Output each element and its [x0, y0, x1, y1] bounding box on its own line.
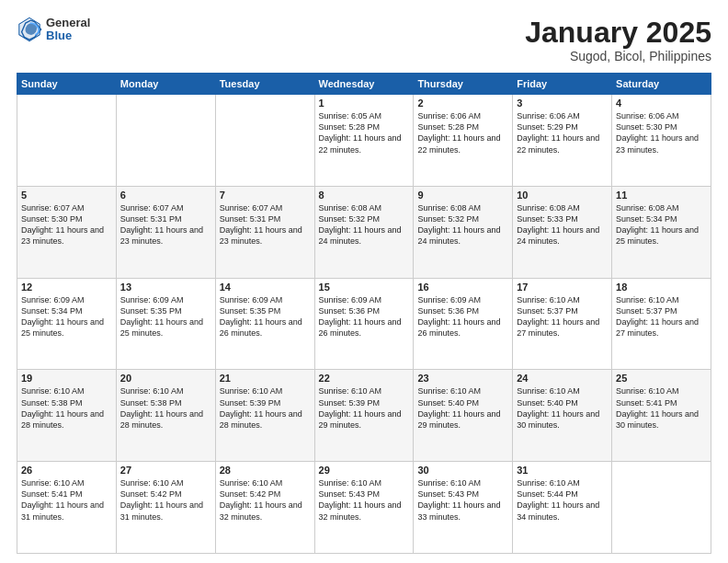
day-info: Sunrise: 6:08 AM Sunset: 5:32 PM Dayligh… — [417, 202, 508, 247]
day-info: Sunrise: 6:10 AM Sunset: 5:43 PM Dayligh… — [319, 477, 410, 523]
day-number: 12 — [21, 282, 112, 293]
calendar-week-2: 5Sunrise: 6:07 AM Sunset: 5:30 PM Daylig… — [17, 186, 711, 278]
weekday-header-saturday: Saturday — [612, 74, 711, 95]
day-number: 6 — [120, 190, 211, 201]
calendar-cell: 30Sunrise: 6:10 AM Sunset: 5:43 PM Dayli… — [414, 462, 513, 554]
day-info: Sunrise: 6:06 AM Sunset: 5:28 PM Dayligh… — [417, 110, 508, 155]
day-info: Sunrise: 6:06 AM Sunset: 5:29 PM Dayligh… — [517, 110, 608, 155]
calendar-cell — [612, 462, 711, 554]
day-info: Sunrise: 6:10 AM Sunset: 5:40 PM Dayligh… — [517, 385, 608, 431]
day-number: 10 — [517, 190, 608, 201]
day-number: 30 — [417, 465, 508, 476]
calendar-cell: 10Sunrise: 6:08 AM Sunset: 5:33 PM Dayli… — [513, 186, 612, 278]
day-number: 28 — [220, 465, 311, 476]
calendar-cell — [116, 95, 215, 187]
day-info: Sunrise: 6:09 AM Sunset: 5:36 PM Dayligh… — [319, 294, 410, 339]
calendar-cell: 29Sunrise: 6:10 AM Sunset: 5:43 PM Dayli… — [314, 462, 414, 554]
logo-general-text: General — [46, 17, 90, 29]
calendar-week-5: 26Sunrise: 6:10 AM Sunset: 5:41 PM Dayli… — [17, 462, 711, 554]
calendar-cell: 26Sunrise: 6:10 AM Sunset: 5:41 PM Dayli… — [17, 462, 117, 554]
day-info: Sunrise: 6:10 AM Sunset: 5:38 PM Dayligh… — [21, 385, 112, 431]
day-info: Sunrise: 6:10 AM Sunset: 5:37 PM Dayligh… — [616, 294, 707, 339]
day-info: Sunrise: 6:10 AM Sunset: 5:40 PM Dayligh… — [417, 385, 508, 431]
location: Sugod, Bicol, Philippines — [525, 49, 711, 63]
calendar-cell: 23Sunrise: 6:10 AM Sunset: 5:40 PM Dayli… — [414, 370, 513, 462]
day-number: 1 — [319, 98, 410, 109]
calendar-cell: 15Sunrise: 6:09 AM Sunset: 5:36 PM Dayli… — [314, 278, 414, 370]
calendar-week-4: 19Sunrise: 6:10 AM Sunset: 5:38 PM Dayli… — [17, 370, 711, 462]
calendar-cell: 6Sunrise: 6:07 AM Sunset: 5:31 PM Daylig… — [116, 186, 215, 278]
logo-text: General Blue — [46, 17, 90, 43]
calendar-cell: 18Sunrise: 6:10 AM Sunset: 5:37 PM Dayli… — [612, 278, 711, 370]
day-number: 20 — [120, 373, 211, 384]
weekday-header-row: SundayMondayTuesdayWednesdayThursdayFrid… — [17, 74, 711, 95]
calendar-cell: 21Sunrise: 6:10 AM Sunset: 5:39 PM Dayli… — [215, 370, 314, 462]
calendar-cell — [215, 95, 314, 187]
day-info: Sunrise: 6:08 AM Sunset: 5:32 PM Dayligh… — [319, 202, 410, 247]
calendar-cell: 7Sunrise: 6:07 AM Sunset: 5:31 PM Daylig… — [215, 186, 314, 278]
calendar-cell: 13Sunrise: 6:09 AM Sunset: 5:35 PM Dayli… — [116, 278, 215, 370]
day-info: Sunrise: 6:07 AM Sunset: 5:31 PM Dayligh… — [120, 202, 211, 247]
day-number: 2 — [417, 98, 508, 109]
calendar-cell: 8Sunrise: 6:08 AM Sunset: 5:32 PM Daylig… — [314, 186, 414, 278]
calendar-cell: 25Sunrise: 6:10 AM Sunset: 5:41 PM Dayli… — [612, 370, 711, 462]
calendar-cell: 9Sunrise: 6:08 AM Sunset: 5:32 PM Daylig… — [414, 186, 513, 278]
logo-icon — [17, 17, 42, 42]
day-number: 3 — [517, 98, 608, 109]
weekday-header-tuesday: Tuesday — [215, 74, 314, 95]
calendar-cell — [17, 95, 117, 187]
day-number: 5 — [21, 190, 112, 201]
day-info: Sunrise: 6:09 AM Sunset: 5:36 PM Dayligh… — [417, 294, 508, 339]
day-info: Sunrise: 6:10 AM Sunset: 5:41 PM Dayligh… — [616, 385, 707, 431]
day-number: 8 — [319, 190, 410, 201]
day-info: Sunrise: 6:07 AM Sunset: 5:30 PM Dayligh… — [21, 202, 112, 247]
day-number: 18 — [616, 282, 707, 293]
day-number: 26 — [21, 465, 112, 476]
weekday-header-thursday: Thursday — [414, 74, 513, 95]
calendar-cell: 22Sunrise: 6:10 AM Sunset: 5:39 PM Dayli… — [314, 370, 414, 462]
calendar-cell: 19Sunrise: 6:10 AM Sunset: 5:38 PM Dayli… — [17, 370, 117, 462]
day-info: Sunrise: 6:10 AM Sunset: 5:37 PM Dayligh… — [517, 294, 608, 339]
calendar-cell: 11Sunrise: 6:08 AM Sunset: 5:34 PM Dayli… — [612, 186, 711, 278]
calendar-cell: 4Sunrise: 6:06 AM Sunset: 5:30 PM Daylig… — [612, 95, 711, 187]
weekday-header-wednesday: Wednesday — [314, 74, 414, 95]
day-number: 31 — [517, 465, 608, 476]
day-info: Sunrise: 6:10 AM Sunset: 5:42 PM Dayligh… — [220, 477, 311, 523]
calendar-cell: 16Sunrise: 6:09 AM Sunset: 5:36 PM Dayli… — [414, 278, 513, 370]
calendar-table: SundayMondayTuesdayWednesdayThursdayFrid… — [17, 73, 711, 554]
calendar-cell: 1Sunrise: 6:05 AM Sunset: 5:28 PM Daylig… — [314, 95, 414, 187]
day-number: 16 — [417, 282, 508, 293]
weekday-header-monday: Monday — [116, 74, 215, 95]
calendar-cell: 12Sunrise: 6:09 AM Sunset: 5:34 PM Dayli… — [17, 278, 117, 370]
calendar-cell: 27Sunrise: 6:10 AM Sunset: 5:42 PM Dayli… — [116, 462, 215, 554]
logo-blue-text: Blue — [46, 29, 90, 42]
day-number: 7 — [220, 190, 311, 201]
calendar-cell: 24Sunrise: 6:10 AM Sunset: 5:40 PM Dayli… — [513, 370, 612, 462]
day-info: Sunrise: 6:10 AM Sunset: 5:43 PM Dayligh… — [417, 477, 508, 523]
day-number: 24 — [517, 373, 608, 384]
day-info: Sunrise: 6:07 AM Sunset: 5:31 PM Dayligh… — [220, 202, 311, 247]
day-info: Sunrise: 6:05 AM Sunset: 5:28 PM Dayligh… — [319, 110, 410, 155]
day-info: Sunrise: 6:09 AM Sunset: 5:35 PM Dayligh… — [120, 294, 211, 339]
day-number: 22 — [319, 373, 410, 384]
day-number: 14 — [220, 282, 311, 293]
day-info: Sunrise: 6:10 AM Sunset: 5:39 PM Dayligh… — [319, 385, 410, 431]
calendar-cell: 14Sunrise: 6:09 AM Sunset: 5:35 PM Dayli… — [215, 278, 314, 370]
day-number: 21 — [220, 373, 311, 384]
weekday-header-sunday: Sunday — [17, 74, 117, 95]
page: General Blue January 2025 Sugod, Bicol, … — [0, 0, 728, 563]
day-number: 15 — [319, 282, 410, 293]
day-info: Sunrise: 6:08 AM Sunset: 5:34 PM Dayligh… — [616, 202, 707, 247]
weekday-header-friday: Friday — [513, 74, 612, 95]
day-info: Sunrise: 6:08 AM Sunset: 5:33 PM Dayligh… — [517, 202, 608, 247]
day-number: 11 — [616, 190, 707, 201]
day-info: Sunrise: 6:10 AM Sunset: 5:39 PM Dayligh… — [220, 385, 311, 431]
day-number: 17 — [517, 282, 608, 293]
day-info: Sunrise: 6:09 AM Sunset: 5:35 PM Dayligh… — [220, 294, 311, 339]
day-info: Sunrise: 6:09 AM Sunset: 5:34 PM Dayligh… — [21, 294, 112, 339]
calendar-week-3: 12Sunrise: 6:09 AM Sunset: 5:34 PM Dayli… — [17, 278, 711, 370]
day-info: Sunrise: 6:06 AM Sunset: 5:30 PM Dayligh… — [616, 110, 707, 155]
calendar-cell: 2Sunrise: 6:06 AM Sunset: 5:28 PM Daylig… — [414, 95, 513, 187]
day-number: 23 — [417, 373, 508, 384]
day-number: 29 — [319, 465, 410, 476]
